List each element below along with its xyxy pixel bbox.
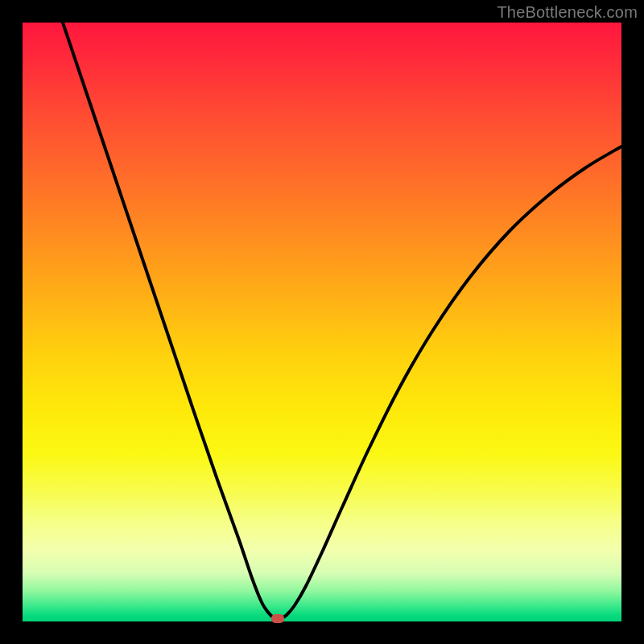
optimum-marker (271, 614, 284, 623)
watermark-label: TheBottleneck.com (497, 3, 638, 22)
bottleneck-curve (23, 23, 621, 621)
chart-container: TheBottleneck.com (0, 0, 644, 644)
